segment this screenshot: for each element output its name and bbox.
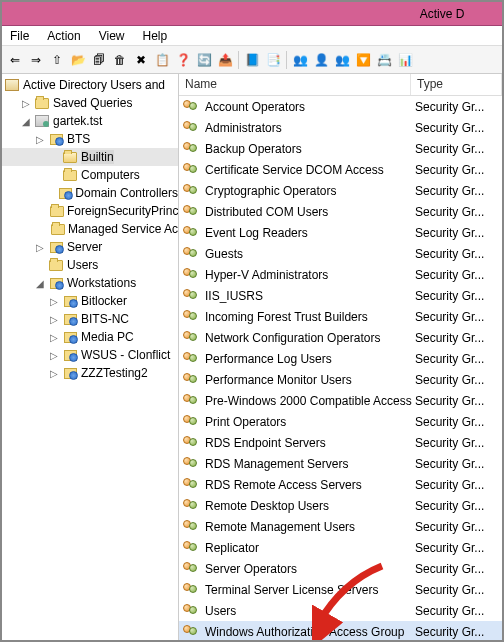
ou-icon (48, 276, 64, 290)
tree-pane[interactable]: Active Directory Users and ▷Saved Querie… (2, 74, 179, 640)
list-row[interactable]: ReplicatorSecurity Gr... (179, 537, 502, 558)
tree-item[interactable]: ◢gartek.tst (2, 112, 178, 130)
tree-item[interactable]: ▷ZZZTesting2 (2, 364, 178, 382)
tree-twisty-icon[interactable]: ▷ (48, 296, 60, 307)
tree-item[interactable]: Domain Controllers (2, 184, 178, 202)
column-header-name[interactable]: Name (179, 74, 411, 95)
window-titlebar: Active D (2, 2, 502, 26)
tree-twisty-icon[interactable]: ◢ (34, 278, 46, 289)
toolbar-button-13[interactable]: 📑 (263, 50, 283, 70)
folder-icon (51, 222, 65, 236)
list-row[interactable]: Remote Management UsersSecurity Gr... (179, 516, 502, 537)
tree-root[interactable]: Active Directory Users and (2, 76, 178, 94)
tree-item[interactable]: ▷Media PC (2, 328, 178, 346)
toolbar-button-12[interactable]: 📘 (242, 50, 262, 70)
tree-twisty-icon[interactable]: ▷ (34, 134, 46, 145)
toolbar-button-8[interactable]: ❓ (173, 50, 193, 70)
tree-item[interactable]: ▷Saved Queries (2, 94, 178, 112)
toolbar-button-18[interactable]: 🔽 (353, 50, 373, 70)
tree-twisty-icon[interactable]: ▷ (48, 368, 60, 379)
list-item-name: Terminal Server License Servers (205, 583, 415, 597)
list-item-type: Security Gr... (415, 121, 502, 135)
list-item-type: Security Gr... (415, 352, 502, 366)
list-row[interactable]: Certificate Service DCOM AccessSecurity … (179, 159, 502, 180)
list-row[interactable]: RDS Endpoint ServersSecurity Gr... (179, 432, 502, 453)
list-row[interactable]: Server OperatorsSecurity Gr... (179, 558, 502, 579)
list-row[interactable]: RDS Remote Access ServersSecurity Gr... (179, 474, 502, 495)
list-item-name: Users (205, 604, 415, 618)
tree-item[interactable]: Managed Service Ac (2, 220, 178, 238)
list-row[interactable]: Cryptographic OperatorsSecurity Gr... (179, 180, 502, 201)
tree-item[interactable]: Builtin (2, 148, 178, 166)
toolbar-button-5[interactable]: 🗑 (110, 50, 130, 70)
tree-item[interactable]: ForeignSecurityPrinc (2, 202, 178, 220)
list-row[interactable]: Print OperatorsSecurity Gr... (179, 411, 502, 432)
security-group-icon (183, 394, 201, 408)
list-row[interactable]: GuestsSecurity Gr... (179, 243, 502, 264)
tree-item[interactable]: ▷WSUS - Clonflict (2, 346, 178, 364)
tree-item-label: Domain Controllers (75, 186, 178, 200)
menu-file[interactable]: File (6, 27, 33, 45)
toolbar: ⇐⇒⇧📂🗐🗑✖📋❓🔄📤📘📑👥👤👥🔽📇📊 (2, 46, 502, 74)
toolbar-button-7[interactable]: 📋 (152, 50, 172, 70)
list-row[interactable]: UsersSecurity Gr... (179, 600, 502, 621)
toolbar-button-15[interactable]: 👥 (290, 50, 310, 70)
tree-item[interactable]: ◢Workstations (2, 274, 178, 292)
tree-item[interactable]: ▷BITS-NC (2, 310, 178, 328)
security-group-icon (183, 373, 201, 387)
list-row[interactable]: Incoming Forest Trust BuildersSecurity G… (179, 306, 502, 327)
list-row[interactable]: Performance Monitor UsersSecurity Gr... (179, 369, 502, 390)
menu-view[interactable]: View (95, 27, 129, 45)
list-row[interactable]: AdministratorsSecurity Gr... (179, 117, 502, 138)
list-row[interactable]: Network Configuration OperatorsSecurity … (179, 327, 502, 348)
tree-twisty-icon[interactable]: ◢ (20, 116, 32, 127)
list-pane[interactable]: Name Type Account OperatorsSecurity Gr..… (179, 74, 502, 640)
list-row[interactable]: Pre-Windows 2000 Compatible AccessSecuri… (179, 390, 502, 411)
list-row[interactable]: Windows Authorization Access GroupSecuri… (179, 621, 502, 640)
toolbar-separator (238, 51, 239, 69)
list-row[interactable]: Hyper-V AdministratorsSecurity Gr... (179, 264, 502, 285)
folder-icon (62, 168, 78, 182)
tree-twisty-icon[interactable]: ▷ (48, 350, 60, 361)
toolbar-button-1[interactable]: ⇒ (26, 50, 46, 70)
toolbar-button-10[interactable]: 📤 (215, 50, 235, 70)
toolbar-button-17[interactable]: 👥 (332, 50, 352, 70)
tree-twisty-icon[interactable]: ▷ (34, 242, 46, 253)
menu-help[interactable]: Help (139, 27, 172, 45)
list-row[interactable]: RDS Management ServersSecurity Gr... (179, 453, 502, 474)
toolbar-button-6[interactable]: ✖ (131, 50, 151, 70)
column-header-type[interactable]: Type (411, 74, 502, 95)
toolbar-button-0[interactable]: ⇐ (5, 50, 25, 70)
tree-twisty-icon[interactable]: ▷ (20, 98, 32, 109)
toolbar-button-16[interactable]: 👤 (311, 50, 331, 70)
list-row[interactable]: Terminal Server License ServersSecurity … (179, 579, 502, 600)
tree-twisty-icon[interactable]: ▷ (48, 314, 60, 325)
list-item-name: Certificate Service DCOM Access (205, 163, 415, 177)
list-row[interactable]: Distributed COM UsersSecurity Gr... (179, 201, 502, 222)
toolbar-button-4[interactable]: 🗐 (89, 50, 109, 70)
toolbar-button-9[interactable]: 🔄 (194, 50, 214, 70)
ou-icon (62, 312, 78, 326)
list-item-type: Security Gr... (415, 289, 502, 303)
list-row[interactable]: Remote Desktop UsersSecurity Gr... (179, 495, 502, 516)
tree-item[interactable]: Computers (2, 166, 178, 184)
toolbar-button-19[interactable]: 📇 (374, 50, 394, 70)
list-row[interactable]: Performance Log UsersSecurity Gr... (179, 348, 502, 369)
tree-twisty-icon[interactable]: ▷ (48, 332, 60, 343)
list-item-name: IIS_IUSRS (205, 289, 415, 303)
list-row[interactable]: Event Log ReadersSecurity Gr... (179, 222, 502, 243)
list-row[interactable]: Account OperatorsSecurity Gr... (179, 96, 502, 117)
menu-action[interactable]: Action (43, 27, 84, 45)
list-item-type: Security Gr... (415, 142, 502, 156)
tree-item[interactable]: ▷BTS (2, 130, 178, 148)
ou-icon (62, 294, 78, 308)
list-row[interactable]: IIS_IUSRSSecurity Gr... (179, 285, 502, 306)
tree-item-label: BITS-NC (81, 312, 129, 326)
tree-item[interactable]: ▷Server (2, 238, 178, 256)
toolbar-button-20[interactable]: 📊 (395, 50, 415, 70)
tree-item[interactable]: ▷Bitlocker (2, 292, 178, 310)
toolbar-button-3[interactable]: 📂 (68, 50, 88, 70)
tree-item[interactable]: Users (2, 256, 178, 274)
list-row[interactable]: Backup OperatorsSecurity Gr... (179, 138, 502, 159)
toolbar-button-2[interactable]: ⇧ (47, 50, 67, 70)
